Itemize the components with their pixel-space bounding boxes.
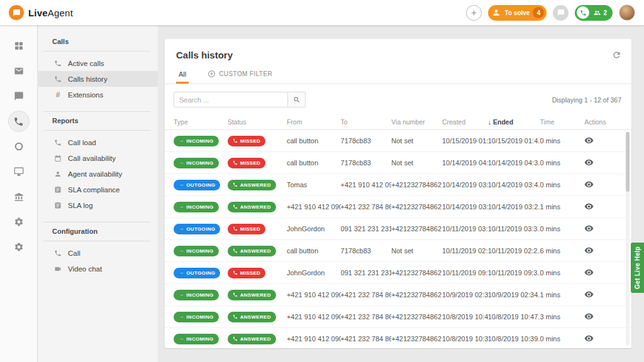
nav-item-label: SLA log — [68, 202, 93, 209]
nav-item-label: Agent availability — [68, 170, 122, 178]
via-number-cell: Not set — [391, 159, 442, 167]
type-cell: →INCOMING — [174, 136, 228, 146]
table-scrollbar[interactable] — [626, 132, 630, 346]
from-cell: call button — [287, 159, 341, 167]
online-visitors-icon[interactable] — [8, 136, 30, 157]
view-call-eye-icon[interactable] — [584, 136, 594, 145]
column-header-via-number[interactable]: Via number — [391, 118, 442, 126]
call-status-badge: ANSWERED — [228, 202, 276, 212]
nav-item-extensions[interactable]: #Extensions — [38, 87, 158, 102]
ended-cell: 10/15/2019 01:4... — [488, 137, 540, 145]
top-bar: LiveAgent To solve 4 2 — [0, 0, 644, 25]
time-cell: 0 mins — [540, 269, 585, 277]
view-call-eye-icon[interactable] — [584, 290, 594, 299]
created-cell: 10/8/2019 10:43... — [442, 313, 488, 321]
actions-cell — [584, 180, 623, 190]
phone-icon — [233, 270, 238, 275]
view-call-eye-icon[interactable] — [584, 158, 594, 167]
billing-icon[interactable] — [8, 186, 30, 207]
hash-icon: # — [53, 91, 62, 99]
tickets-icon[interactable] — [8, 60, 30, 82]
calls-status-button[interactable]: 2 — [575, 5, 613, 21]
nav-item-calls-history[interactable]: Calls history — [38, 71, 158, 87]
nav-item-active-calls[interactable]: Active calls — [38, 55, 158, 71]
video-icon — [53, 265, 62, 273]
user-avatar[interactable] — [619, 4, 635, 21]
widgets-icon[interactable] — [8, 161, 30, 182]
chats-status-button[interactable] — [553, 5, 569, 21]
search-button[interactable] — [288, 92, 306, 107]
view-call-eye-icon[interactable] — [584, 246, 594, 255]
arrow-right-icon: → — [179, 160, 184, 165]
table-row: →OUTGOINGANSWEREDTomas+421 910 412 090+4… — [165, 174, 631, 196]
to-cell: 091 321 231 231 — [341, 269, 392, 277]
call-status-badge: ANSWERED — [228, 180, 276, 190]
from-cell: call button — [287, 137, 341, 145]
column-header-time[interactable]: Time — [540, 118, 585, 126]
from-cell: call button — [287, 247, 341, 255]
ended-cell: 10/11/2019 09:3... — [488, 269, 540, 277]
ended-cell: 10/11/2019 03:3... — [488, 225, 540, 233]
tab-all[interactable]: All — [176, 70, 189, 84]
phone-icon — [53, 60, 62, 67]
column-header-ended[interactable]: ↓Ended — [488, 118, 540, 126]
nav-item-sla-log[interactable]: SLA log — [38, 197, 158, 213]
column-header-status[interactable]: Status — [228, 118, 287, 126]
agent-icon — [53, 170, 62, 178]
nav-item-call-availability[interactable]: Call availability — [38, 150, 158, 166]
column-header-created[interactable]: Created — [442, 118, 488, 126]
column-header-to[interactable]: To — [341, 118, 392, 126]
column-header-type[interactable]: Type — [174, 118, 228, 126]
search-input[interactable] — [174, 92, 288, 107]
tab-custom-filter[interactable]: CUSTOM FILTER — [205, 70, 275, 84]
tab-bar: All CUSTOM FILTER — [165, 67, 631, 84]
nav-item-label: Video chat — [68, 265, 102, 273]
refresh-button[interactable] — [612, 50, 621, 60]
nav-section-reports: Reports Call loadCall availabilityAgent … — [38, 117, 158, 213]
from-cell: +421 910 412 090 — [287, 335, 341, 343]
column-header-actions[interactable]: Actions — [584, 118, 623, 126]
view-call-eye-icon[interactable] — [584, 202, 594, 211]
add-button[interactable] — [466, 5, 482, 21]
scrollbar-thumb[interactable] — [626, 132, 630, 192]
nav-item-call[interactable]: Call — [38, 245, 158, 261]
configuration-icon[interactable] — [8, 236, 30, 258]
column-header-from[interactable]: From — [287, 118, 341, 126]
dashboard-icon[interactable] — [8, 35, 30, 57]
table-row: →OUTGOINGMISSEDJohnGordon091 321 231 231… — [165, 218, 631, 240]
view-call-eye-icon[interactable] — [584, 268, 594, 277]
nav-item-label: Extensions — [68, 91, 103, 99]
arrow-right-icon: → — [179, 314, 184, 319]
type-cell: →INCOMING — [174, 158, 228, 168]
type-cell: →INCOMING — [174, 246, 228, 256]
nav-item-video-chat[interactable]: Video chat — [38, 261, 158, 277]
chats-icon[interactable] — [8, 85, 30, 107]
liveagent-logo[interactable]: LiveAgent — [9, 5, 73, 20]
to-cell: +421 232 784 862 — [341, 335, 392, 343]
nav-item-label: Call — [68, 250, 80, 257]
nav-item-call-load[interactable]: Call load — [38, 134, 158, 150]
view-call-eye-icon[interactable] — [584, 312, 594, 321]
get-live-help-button[interactable]: Get Live Help — [631, 243, 644, 293]
search-icon — [293, 96, 301, 104]
view-call-eye-icon[interactable] — [584, 334, 594, 343]
call-status-badge: MISSED — [228, 136, 265, 146]
to-solve-button[interactable]: To solve 4 — [488, 5, 547, 21]
view-call-eye-icon[interactable] — [584, 180, 594, 189]
created-cell: 10/11/2019 02:2... — [442, 247, 488, 255]
nav-item-agent-availability[interactable]: Agent availability — [38, 166, 158, 182]
settings-icon[interactable] — [8, 211, 30, 233]
call-type-badge: →INCOMING — [174, 312, 219, 322]
time-cell: 0 mins — [540, 181, 585, 189]
table-row: →INCOMINGMISSEDcall button7178cb83Not se… — [165, 130, 631, 152]
table-row: →INCOMINGANSWERED+421 910 412 090+421 23… — [165, 306, 631, 328]
view-call-eye-icon[interactable] — [584, 224, 594, 233]
status-cell: MISSED — [228, 224, 287, 234]
type-cell: →OUTGOING — [174, 268, 228, 278]
calls-icon[interactable] — [8, 111, 30, 132]
table-row: →INCOMINGANSWEREDcall button7178cb83Not … — [165, 240, 631, 262]
actions-cell — [584, 268, 623, 278]
created-cell: 10/11/2019 09:3... — [442, 269, 488, 277]
call-status-badge: MISSED — [228, 158, 265, 168]
nav-item-sla-compliance[interactable]: SLA compliance — [38, 182, 158, 197]
